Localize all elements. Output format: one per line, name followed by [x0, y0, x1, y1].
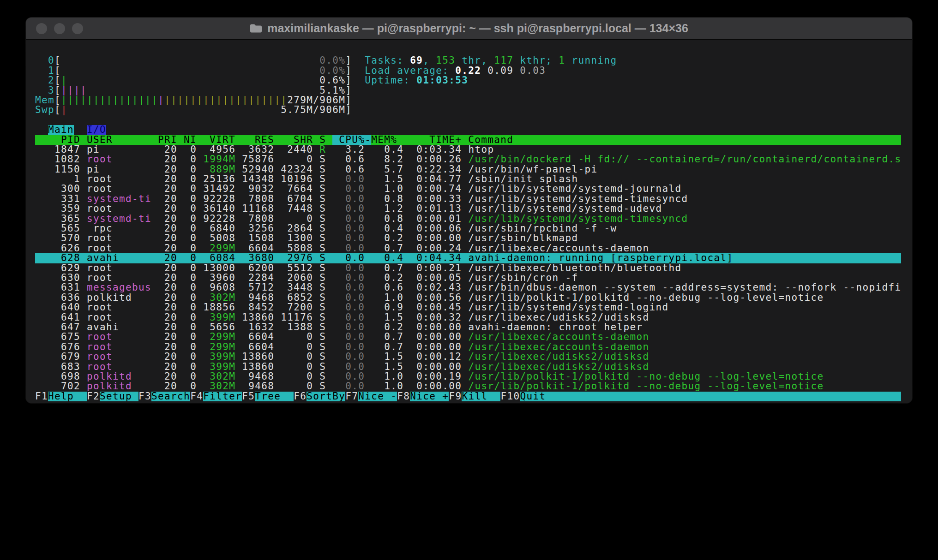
text-segment	[274, 283, 281, 292]
fkey-f9[interactable]: F9	[449, 392, 462, 401]
fkey-f1-label[interactable]: Help	[48, 392, 87, 401]
cell-state: S	[319, 184, 326, 194]
cell-pri: 20	[158, 194, 177, 204]
fkey-f6-label[interactable]: SortBy	[307, 392, 345, 401]
cell-cpu: 0.0	[332, 342, 365, 352]
process-row[interactable]: 683 root 20 0 399M 13860 0 S 0.0 1.5 0:0…	[35, 362, 901, 372]
fkey-f10[interactable]: F10	[500, 392, 520, 401]
fkey-f9-label[interactable]: Kill	[462, 392, 500, 401]
cell-virt: 399M	[203, 313, 235, 322]
text-segment	[80, 303, 87, 312]
process-row[interactable]: 636 polkitd 20 0 302M 9468 6852 S 0.0 1.…	[35, 293, 901, 303]
process-row[interactable]: 628 avahi 20 0 6084 3680 2976 S 0.0 0.4 …	[35, 253, 901, 263]
text-segment	[403, 332, 410, 342]
process-row[interactable]: 331 systemd-ti 20 0 92228 7808 6704 S 0.…	[35, 194, 901, 204]
terminal[interactable]: 0[ 0.0%] Tasks: 69, 153 thr, 117 kthr; 1…	[26, 40, 912, 401]
fkey-f5-label[interactable]: Tree	[255, 392, 294, 401]
text-segment	[151, 214, 158, 224]
cell-pid: 675	[35, 332, 80, 342]
cell-user: root	[87, 273, 151, 283]
process-row[interactable]: 1150 pi 20 0 889M 52940 42324 S 0.6 5.7 …	[35, 165, 901, 174]
process-row[interactable]: 1082 root 20 0 1994M 75876 0 S 0.6 8.2 0…	[35, 155, 901, 164]
cell-shr: 6852	[281, 293, 313, 303]
process-row[interactable]: 626 root 20 0 299M 6604 5808 S 0.0 0.7 0…	[35, 244, 901, 253]
tab-bar: Main I/O	[35, 125, 901, 135]
cell-virt: 6084	[203, 253, 235, 263]
process-row[interactable]: 629 root 20 0 13000 6200 5512 S 0.0 0.7 …	[35, 263, 901, 273]
fkey-f4[interactable]: F4	[190, 392, 203, 401]
cell-shr: 0	[281, 342, 313, 352]
text-segment	[365, 253, 371, 263]
text-segment	[326, 352, 332, 362]
fkey-f3-label[interactable]: Search	[151, 392, 190, 401]
process-row[interactable]: 641 root 20 0 399M 13860 11176 S 0.0 1.5…	[35, 313, 901, 322]
tab-io[interactable]: I/O	[87, 125, 106, 135]
cell-pri: 20	[158, 253, 177, 263]
fkey-f2-label[interactable]: Setup	[100, 392, 138, 401]
process-row[interactable]: 640 root 20 0 18856 8452 7200 S 0.0 0.9 …	[35, 303, 901, 312]
process-row[interactable]: 679 root 20 0 399M 13860 0 S 0.0 1.5 0:0…	[35, 352, 901, 362]
cell-res: 7808	[242, 214, 274, 224]
cell-state: S	[319, 224, 326, 233]
cell-ni: 0	[184, 233, 197, 243]
process-row[interactable]: 630 root 20 0 3960 2284 2060 S 0.0 0.2 0…	[35, 273, 901, 283]
text-segment	[365, 184, 371, 194]
fkey-f2[interactable]: F2	[87, 392, 100, 401]
cell-time: 0:01.13	[410, 204, 462, 214]
process-row[interactable]: 365 systemd-ti 20 0 92228 7808 0 S 0.0 0…	[35, 214, 901, 224]
text-segment	[403, 263, 410, 273]
process-row[interactable]: 1847 pi 20 0 4956 3632 2440 R 3.2 0.4 0:…	[35, 145, 901, 155]
titlebar[interactable]: maximiliankaske — pi@raspberrypi: ~ — ss…	[26, 18, 912, 40]
cell-res: 5712	[242, 283, 274, 292]
cell-virt: 36140	[203, 204, 235, 214]
text-segment	[151, 263, 158, 273]
cell-user: root	[87, 233, 151, 243]
cell-user: polkitd	[87, 381, 151, 391]
tab-main[interactable]: Main	[48, 125, 74, 135]
meter-close-bracket: ]	[345, 105, 352, 115]
process-row[interactable]: 647 avahi 20 0 5656 1632 1388 S 0.0 0.2 …	[35, 322, 901, 332]
fkey-f5[interactable]: F5	[242, 392, 255, 401]
zoom-button[interactable]	[72, 23, 83, 34]
process-row[interactable]: 676 root 20 0 299M 6604 0 S 0.0 0.7 0:00…	[35, 342, 901, 352]
cell-command: /usr/libexec/udisks2/udisksd	[468, 362, 901, 372]
cell-cpu: 3.2	[332, 145, 365, 155]
cell-state: S	[319, 155, 326, 164]
cell-state: S	[319, 372, 326, 381]
cell-pri: 20	[158, 165, 177, 174]
cell-command: /usr/sbin/blkmapd	[468, 233, 901, 243]
text-segment	[151, 244, 158, 253]
cell-user: systemd-ti	[87, 194, 151, 204]
cell-res: 3256	[242, 224, 274, 233]
process-row[interactable]: 359 root 20 0 36140 11168 7448 S 0.0 1.2…	[35, 204, 901, 214]
text-segment	[151, 293, 158, 303]
process-row[interactable]: 565 _rpc 20 0 6840 3256 2864 S 0.0 0.4 0…	[35, 224, 901, 233]
fkey-f7-label[interactable]: Nice -	[358, 392, 397, 401]
process-row[interactable]: 675 root 20 0 299M 6604 0 S 0.0 0.7 0:00…	[35, 332, 901, 342]
text-segment	[274, 224, 281, 233]
text-segment	[313, 165, 319, 174]
fkey-f1[interactable]: F1	[35, 392, 48, 401]
fkey-f8-label[interactable]: Nice +	[410, 392, 449, 401]
cell-virt: 889M	[203, 165, 235, 174]
fkey-f10-label[interactable]: Quit	[520, 392, 559, 401]
process-row[interactable]: 570 root 20 0 5008 1508 1300 S 0.0 0.2 0…	[35, 233, 901, 243]
fkey-f6[interactable]: F6	[294, 392, 307, 401]
fkey-f3[interactable]: F3	[138, 392, 151, 401]
minimize-button[interactable]	[54, 23, 65, 34]
close-button[interactable]	[36, 23, 47, 34]
process-row[interactable]: 702 polkitd 20 0 302M 9468 0 S 0.0 1.0 0…	[35, 381, 901, 391]
fkey-f7[interactable]: F7	[345, 392, 358, 401]
process-row[interactable]: 1 root 20 0 25136 14348 10196 S 0.0 1.5 …	[35, 174, 901, 184]
fkey-f4-label[interactable]: Filter	[203, 392, 242, 401]
fkey-f8[interactable]: F8	[397, 392, 410, 401]
table-header[interactable]: PID USER PRI NI VIRT RES SHR S CPU%-MEM%…	[35, 135, 901, 145]
cell-time: 0:00.26	[410, 155, 462, 164]
text-segment	[462, 273, 468, 283]
process-row[interactable]: 300 root 20 0 31492 9032 7664 S 0.0 1.0 …	[35, 184, 901, 194]
cell-command: /usr/sbin/cron -f	[468, 273, 901, 283]
cell-pri: 20	[158, 244, 177, 253]
process-row[interactable]: 698 polkitd 20 0 302M 9468 0 S 0.0 1.0 0…	[35, 372, 901, 381]
process-row[interactable]: 631 messagebus 20 0 9608 5712 3448 S 0.0…	[35, 283, 901, 292]
text-segment	[462, 184, 468, 194]
